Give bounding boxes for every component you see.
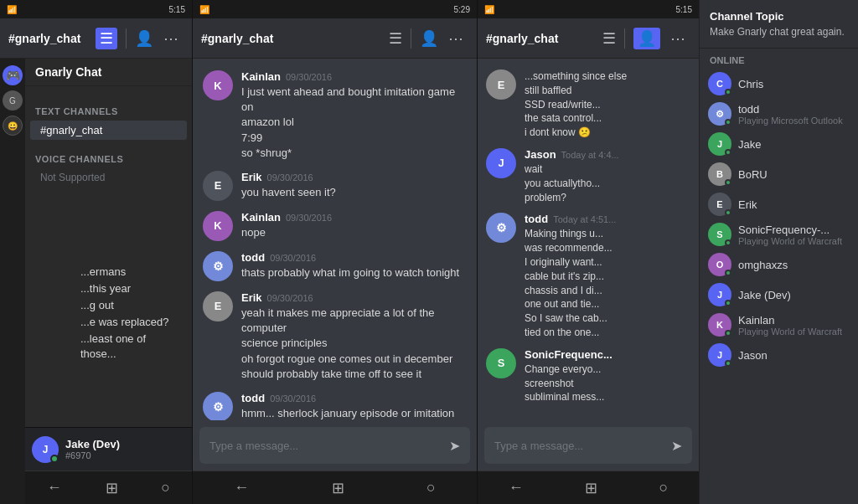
message-line: cable but it's zip... bbox=[525, 270, 690, 284]
member-avatar: O bbox=[708, 253, 731, 276]
member-item[interactable]: KKainlanPlaying World of Warcraft bbox=[700, 310, 858, 340]
windows-btn-2[interactable]: ⊞ bbox=[332, 479, 344, 497]
messages-1-partial: ...ermans ...this year ...g out ...e was… bbox=[25, 260, 192, 428]
back-btn-2[interactable]: ← bbox=[234, 479, 249, 496]
header-title-1: #gnarly_chat bbox=[8, 32, 90, 45]
message-line: subliminal mess... bbox=[525, 390, 690, 404]
message-content: Kainlan09/30/2016I just went ahead and b… bbox=[241, 70, 467, 161]
message: EErik09/30/2016yeah it makes me apprecia… bbox=[193, 286, 477, 387]
back-btn-3[interactable]: ← bbox=[509, 479, 524, 496]
message-author: todd bbox=[241, 392, 265, 404]
more-icon-3[interactable]: ⋯ bbox=[670, 29, 685, 48]
input-area-2[interactable]: Type a message... ➤ bbox=[199, 427, 470, 464]
member-avatar: J bbox=[708, 283, 731, 306]
member-item[interactable]: JJake bbox=[700, 129, 858, 159]
message-time: 09/30/2016 bbox=[286, 72, 332, 82]
message-line: oh forgot rogue one comes out in decembe… bbox=[241, 352, 467, 367]
message-time: 09/30/2016 bbox=[270, 253, 316, 263]
back-btn-1[interactable]: ← bbox=[47, 479, 62, 496]
message-content: Erik09/30/2016yeah it makes me appreciat… bbox=[241, 291, 467, 382]
topic-title: Channel Topic bbox=[710, 10, 848, 23]
person-icon-3[interactable]: 👤 bbox=[633, 28, 660, 49]
member-avatar: S bbox=[708, 223, 731, 246]
message-avatar: J bbox=[486, 148, 516, 178]
member-info: Jake bbox=[738, 138, 850, 151]
search-btn-2[interactable]: ○ bbox=[426, 479, 436, 496]
message-line: I just went ahead and bought imitation g… bbox=[241, 85, 467, 115]
message-line: should probably take time off to see it bbox=[241, 367, 467, 382]
person-icon-1[interactable]: 👤 bbox=[135, 29, 153, 48]
message-time: 09/30/2016 bbox=[267, 172, 313, 183]
member-info: KainlanPlaying World of Warcraft bbox=[738, 314, 850, 337]
member-avatar: J bbox=[708, 132, 731, 156]
screen-1: 📶 5:15 #gnarly_chat ☰ 👤 ⋯ 🎮 G 😀 Gnarly C… bbox=[0, 0, 193, 504]
server-icon-friends[interactable]: 😀 bbox=[3, 116, 23, 136]
signal-icons-3: 📶 bbox=[484, 5, 494, 14]
send-icon-2[interactable]: ➤ bbox=[449, 438, 460, 454]
online-label: Online bbox=[700, 49, 858, 69]
server-icon-discord[interactable]: 🎮 bbox=[3, 65, 23, 85]
person-icon-2[interactable]: 👤 bbox=[420, 29, 438, 48]
send-icon-3[interactable]: ➤ bbox=[671, 438, 682, 454]
message-avatar: ⚙ bbox=[203, 251, 233, 281]
message-avatar: ⚙ bbox=[203, 392, 233, 420]
user-info-1: Jake (Dev) #6970 bbox=[65, 438, 185, 460]
windows-btn-1[interactable]: ⊞ bbox=[106, 479, 118, 497]
channel-gnarly[interactable]: #gnarly_chat bbox=[30, 121, 187, 140]
message-author: todd bbox=[525, 213, 548, 225]
msg-1-5: ...least one of those... bbox=[32, 331, 185, 363]
message-time: 09/30/2016 bbox=[270, 393, 316, 404]
screen-2: 📶 5:29 #gnarly_chat ☰ 👤 ⋯ KKainlan09/30/… bbox=[193, 0, 478, 504]
message-content: todd09/30/2016thats probably what im goi… bbox=[241, 251, 467, 281]
message-author: Kainlan bbox=[241, 70, 281, 83]
message-line: problem? bbox=[525, 191, 690, 205]
member-name: todd bbox=[738, 103, 850, 116]
input-area-3[interactable]: Type a message... ➤ bbox=[484, 427, 692, 464]
member-avatar: E bbox=[708, 193, 731, 216]
message: ⚙todd09/30/2016thats probably what im go… bbox=[193, 246, 477, 286]
user-tag-1: #6970 bbox=[65, 450, 185, 460]
list-icon-1[interactable]: ☰ bbox=[96, 28, 117, 49]
member-item[interactable]: SSonicFrequency-...Playing World of Warc… bbox=[700, 219, 858, 249]
message-line: science principles bbox=[241, 336, 467, 351]
member-item[interactable]: ⚙toddPlaying Microsoft Outlook bbox=[700, 99, 858, 129]
signal-icons-1: 📶 bbox=[7, 5, 17, 14]
member-avatar: J bbox=[708, 343, 731, 367]
message-line: screenshot bbox=[525, 377, 690, 391]
more-icon-1[interactable]: ⋯ bbox=[163, 29, 178, 48]
server-name: Gnarly Chat bbox=[25, 59, 192, 86]
message-content: SonicFrequenc...Change everyo...screensh… bbox=[525, 348, 690, 404]
message: SSonicFrequenc...Change everyo...screens… bbox=[478, 344, 699, 409]
member-name: Jake bbox=[738, 138, 850, 151]
windows-btn-3[interactable]: ⊞ bbox=[585, 479, 597, 497]
member-name: Jake (Dev) bbox=[738, 289, 850, 301]
message-line: you havent seen it? bbox=[241, 185, 467, 200]
member-item[interactable]: JJake (Dev) bbox=[700, 280, 858, 310]
member-item[interactable]: BBoRU bbox=[700, 159, 858, 189]
list-icon-2[interactable]: ☰ bbox=[389, 29, 402, 48]
member-item[interactable]: CChris bbox=[700, 69, 858, 99]
member-info: Jake (Dev) bbox=[738, 289, 850, 301]
list-icon-3[interactable]: ☰ bbox=[602, 29, 616, 48]
member-item[interactable]: EErik bbox=[700, 189, 858, 219]
member-info: Erik bbox=[738, 198, 850, 211]
voice-channels-label: Voice Channels bbox=[25, 141, 192, 167]
member-name: Kainlan bbox=[738, 314, 850, 327]
member-status-dot bbox=[725, 270, 731, 276]
search-btn-3[interactable]: ○ bbox=[659, 479, 668, 496]
message-author: Jason bbox=[525, 148, 556, 161]
member-name: Jason bbox=[738, 349, 850, 362]
divider-3 bbox=[624, 28, 625, 49]
member-item[interactable]: Oomghaxzs bbox=[700, 249, 858, 280]
input-placeholder-2: Type a message... bbox=[209, 440, 449, 452]
message-time: 09/30/2016 bbox=[267, 293, 313, 303]
message-author: Erik bbox=[241, 291, 262, 304]
user-avatar-1: J bbox=[32, 436, 59, 463]
search-btn-1[interactable]: ○ bbox=[161, 479, 170, 496]
server-icon-2[interactable]: G bbox=[3, 90, 23, 111]
more-icon-2[interactable]: ⋯ bbox=[448, 29, 463, 48]
member-item[interactable]: JJason bbox=[700, 340, 858, 370]
divider-1 bbox=[126, 28, 127, 49]
member-info: omghaxzs bbox=[738, 259, 850, 271]
message-line: hmm... sherlock january episode or imita… bbox=[241, 406, 467, 420]
